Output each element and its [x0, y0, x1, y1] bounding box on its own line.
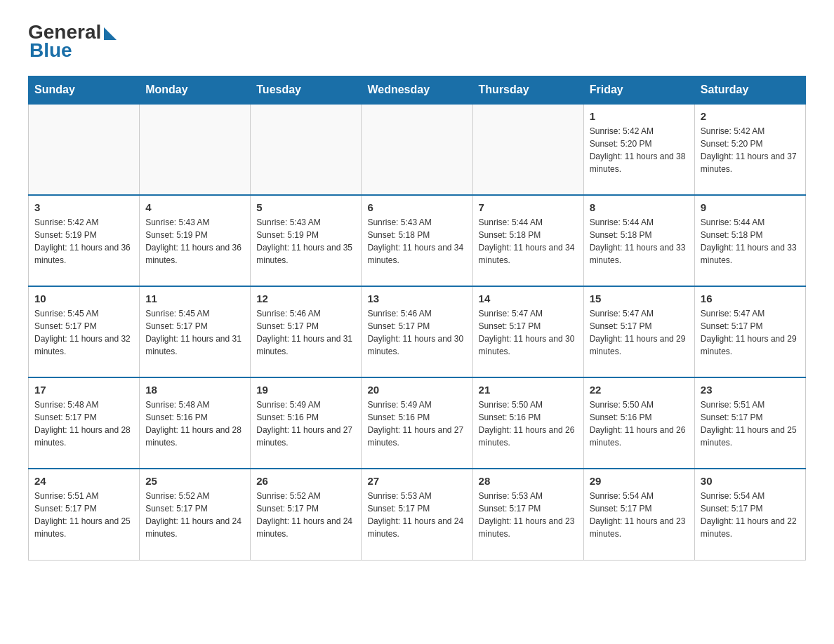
day-number: 8	[590, 201, 689, 213]
day-info: Sunrise: 5:42 AM Sunset: 5:20 PM Dayligh…	[701, 125, 800, 175]
day-info: Sunrise: 5:44 AM Sunset: 5:18 PM Dayligh…	[701, 216, 800, 267]
page-header: General Blue	[28, 21, 806, 62]
weekday-header-wednesday: Wednesday	[362, 76, 472, 105]
day-number: 27	[367, 475, 466, 487]
weekday-header-saturday: Saturday	[694, 76, 805, 105]
calendar-cell: 10Sunrise: 5:45 AM Sunset: 5:17 PM Dayli…	[29, 286, 140, 377]
day-number: 25	[145, 475, 244, 487]
day-info: Sunrise: 5:47 AM Sunset: 5:17 PM Dayligh…	[701, 307, 800, 358]
calendar-cell: 29Sunrise: 5:54 AM Sunset: 5:17 PM Dayli…	[583, 469, 694, 560]
calendar-cell: 11Sunrise: 5:45 AM Sunset: 5:17 PM Dayli…	[140, 286, 251, 377]
day-info: Sunrise: 5:46 AM Sunset: 5:17 PM Dayligh…	[256, 307, 355, 358]
day-info: Sunrise: 5:47 AM Sunset: 5:17 PM Dayligh…	[479, 307, 578, 358]
day-info: Sunrise: 5:43 AM Sunset: 5:18 PM Dayligh…	[367, 216, 466, 267]
weekday-header-monday: Monday	[140, 76, 251, 105]
day-info: Sunrise: 5:48 AM Sunset: 5:16 PM Dayligh…	[145, 398, 244, 449]
calendar-cell: 28Sunrise: 5:53 AM Sunset: 5:17 PM Dayli…	[472, 469, 583, 560]
day-number: 15	[590, 293, 689, 304]
day-info: Sunrise: 5:43 AM Sunset: 5:19 PM Dayligh…	[145, 216, 244, 267]
calendar-cell: 25Sunrise: 5:52 AM Sunset: 5:17 PM Dayli…	[140, 469, 251, 560]
day-info: Sunrise: 5:54 AM Sunset: 5:17 PM Dayligh…	[590, 490, 689, 540]
day-number: 29	[590, 475, 689, 487]
weekday-header-row: SundayMondayTuesdayWednesdayThursdayFrid…	[29, 76, 806, 105]
day-number: 3	[34, 201, 133, 213]
calendar-cell: 15Sunrise: 5:47 AM Sunset: 5:17 PM Dayli…	[583, 286, 694, 377]
day-info: Sunrise: 5:44 AM Sunset: 5:18 PM Dayligh…	[590, 216, 689, 267]
day-info: Sunrise: 5:44 AM Sunset: 5:18 PM Dayligh…	[479, 216, 578, 267]
day-info: Sunrise: 5:52 AM Sunset: 5:17 PM Dayligh…	[145, 490, 244, 540]
day-number: 22	[590, 384, 689, 396]
calendar-cell: 14Sunrise: 5:47 AM Sunset: 5:17 PM Dayli…	[472, 286, 583, 377]
calendar-week-1: 1Sunrise: 5:42 AM Sunset: 5:20 PM Daylig…	[29, 104, 806, 195]
day-info: Sunrise: 5:50 AM Sunset: 5:16 PM Dayligh…	[479, 398, 578, 449]
day-number: 2	[701, 110, 800, 122]
calendar-cell: 1Sunrise: 5:42 AM Sunset: 5:20 PM Daylig…	[583, 104, 694, 195]
logo: General Blue	[28, 21, 117, 62]
calendar-cell: 26Sunrise: 5:52 AM Sunset: 5:17 PM Dayli…	[251, 469, 362, 560]
day-number: 23	[701, 384, 800, 396]
day-info: Sunrise: 5:53 AM Sunset: 5:17 PM Dayligh…	[367, 490, 466, 540]
calendar-cell: 19Sunrise: 5:49 AM Sunset: 5:16 PM Dayli…	[251, 377, 362, 469]
day-info: Sunrise: 5:45 AM Sunset: 5:17 PM Dayligh…	[34, 307, 133, 358]
calendar-week-2: 3Sunrise: 5:42 AM Sunset: 5:19 PM Daylig…	[29, 195, 806, 286]
calendar-week-3: 10Sunrise: 5:45 AM Sunset: 5:17 PM Dayli…	[29, 286, 806, 377]
day-info: Sunrise: 5:50 AM Sunset: 5:16 PM Dayligh…	[590, 398, 689, 449]
day-info: Sunrise: 5:51 AM Sunset: 5:17 PM Dayligh…	[701, 398, 800, 449]
day-number: 30	[701, 475, 800, 487]
day-info: Sunrise: 5:46 AM Sunset: 5:17 PM Dayligh…	[367, 307, 466, 358]
calendar-cell: 17Sunrise: 5:48 AM Sunset: 5:17 PM Dayli…	[29, 377, 140, 469]
day-number: 13	[367, 293, 466, 304]
calendar-cell: 7Sunrise: 5:44 AM Sunset: 5:18 PM Daylig…	[472, 195, 583, 286]
weekday-header-friday: Friday	[583, 76, 694, 105]
calendar-cell: 27Sunrise: 5:53 AM Sunset: 5:17 PM Dayli…	[362, 469, 472, 560]
calendar-week-4: 17Sunrise: 5:48 AM Sunset: 5:17 PM Dayli…	[29, 377, 806, 469]
calendar-cell: 23Sunrise: 5:51 AM Sunset: 5:17 PM Dayli…	[694, 377, 805, 469]
day-number: 12	[256, 293, 355, 304]
calendar-cell: 12Sunrise: 5:46 AM Sunset: 5:17 PM Dayli…	[251, 286, 362, 377]
day-number: 28	[479, 475, 578, 487]
calendar-cell: 4Sunrise: 5:43 AM Sunset: 5:19 PM Daylig…	[140, 195, 251, 286]
logo-triangle-icon	[104, 27, 117, 40]
day-number: 24	[34, 475, 133, 487]
weekday-header-thursday: Thursday	[472, 76, 583, 105]
day-info: Sunrise: 5:48 AM Sunset: 5:17 PM Dayligh…	[34, 398, 133, 449]
day-number: 11	[145, 293, 244, 304]
day-number: 9	[701, 201, 800, 213]
day-number: 4	[145, 201, 244, 213]
calendar-cell: 5Sunrise: 5:43 AM Sunset: 5:19 PM Daylig…	[251, 195, 362, 286]
day-info: Sunrise: 5:53 AM Sunset: 5:17 PM Dayligh…	[479, 490, 578, 540]
calendar-week-5: 24Sunrise: 5:51 AM Sunset: 5:17 PM Dayli…	[29, 469, 806, 560]
calendar-cell: 30Sunrise: 5:54 AM Sunset: 5:17 PM Dayli…	[694, 469, 805, 560]
day-info: Sunrise: 5:42 AM Sunset: 5:20 PM Dayligh…	[590, 125, 689, 175]
day-number: 26	[256, 475, 355, 487]
logo-blue-text: Blue	[29, 39, 72, 62]
day-number: 1	[590, 110, 689, 122]
day-number: 6	[367, 201, 466, 213]
calendar-cell: 22Sunrise: 5:50 AM Sunset: 5:16 PM Dayli…	[583, 377, 694, 469]
day-info: Sunrise: 5:54 AM Sunset: 5:17 PM Dayligh…	[701, 490, 800, 540]
calendar-cell	[472, 104, 583, 195]
calendar-cell: 18Sunrise: 5:48 AM Sunset: 5:16 PM Dayli…	[140, 377, 251, 469]
calendar-cell	[362, 104, 472, 195]
day-info: Sunrise: 5:51 AM Sunset: 5:17 PM Dayligh…	[34, 490, 133, 540]
calendar-cell	[140, 104, 251, 195]
calendar-cell	[251, 104, 362, 195]
calendar-cell: 6Sunrise: 5:43 AM Sunset: 5:18 PM Daylig…	[362, 195, 472, 286]
calendar-cell: 3Sunrise: 5:42 AM Sunset: 5:19 PM Daylig…	[29, 195, 140, 286]
calendar-cell: 20Sunrise: 5:49 AM Sunset: 5:16 PM Dayli…	[362, 377, 472, 469]
calendar-table: SundayMondayTuesdayWednesdayThursdayFrid…	[28, 76, 806, 561]
weekday-header-sunday: Sunday	[29, 76, 140, 105]
day-number: 16	[701, 293, 800, 304]
day-number: 7	[479, 201, 578, 213]
day-info: Sunrise: 5:45 AM Sunset: 5:17 PM Dayligh…	[145, 307, 244, 358]
day-number: 19	[256, 384, 355, 396]
calendar-cell: 2Sunrise: 5:42 AM Sunset: 5:20 PM Daylig…	[694, 104, 805, 195]
calendar-cell: 16Sunrise: 5:47 AM Sunset: 5:17 PM Dayli…	[694, 286, 805, 377]
day-info: Sunrise: 5:49 AM Sunset: 5:16 PM Dayligh…	[256, 398, 355, 449]
day-info: Sunrise: 5:47 AM Sunset: 5:17 PM Dayligh…	[590, 307, 689, 358]
calendar-cell: 8Sunrise: 5:44 AM Sunset: 5:18 PM Daylig…	[583, 195, 694, 286]
day-number: 14	[479, 293, 578, 304]
day-info: Sunrise: 5:52 AM Sunset: 5:17 PM Dayligh…	[256, 490, 355, 540]
calendar-cell: 9Sunrise: 5:44 AM Sunset: 5:18 PM Daylig…	[694, 195, 805, 286]
day-info: Sunrise: 5:42 AM Sunset: 5:19 PM Dayligh…	[34, 216, 133, 267]
